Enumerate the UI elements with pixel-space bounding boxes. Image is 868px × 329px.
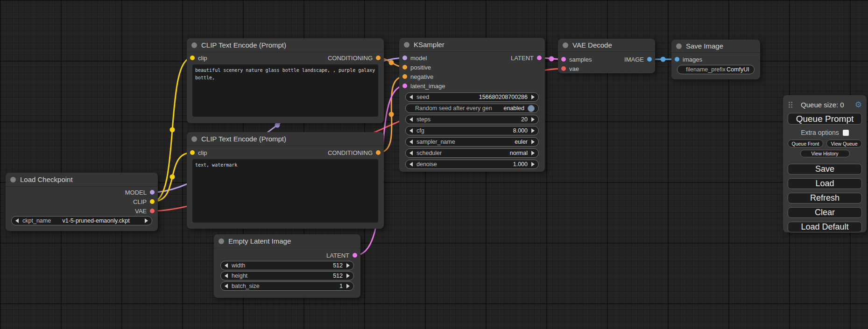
height-widget[interactable]: height 512 [220, 271, 354, 280]
output-slot-vae[interactable] [150, 209, 155, 213]
input-label-clip: clip [198, 55, 207, 62]
toggle-icon[interactable] [528, 105, 535, 112]
widget-value: enabled [504, 105, 525, 112]
node-vae-decode[interactable]: VAE Decode samples IMAGE vae [558, 39, 655, 73]
output-slot-latent[interactable] [537, 56, 542, 60]
widget-value: 1.000 [513, 161, 528, 168]
node-clip-text-encode-negative[interactable]: CLIP Text Encode (Prompt) clip CONDITION… [187, 132, 384, 229]
input-slot-clip[interactable] [190, 150, 195, 155]
ckpt-name-widget[interactable]: ckpt_name v1-5-pruned-emaonly.ckpt [11, 216, 152, 225]
decrement-arrow-icon[interactable] [225, 273, 228, 278]
widget-label: sampler_name [416, 139, 455, 145]
gear-icon[interactable]: ⚙ [855, 101, 862, 109]
input-slot-clip[interactable] [190, 56, 195, 60]
increment-arrow-icon[interactable] [145, 218, 148, 223]
denoise-widget[interactable]: denoise 1.000 [405, 160, 539, 169]
load-button[interactable]: Load [788, 178, 862, 189]
increment-arrow-icon[interactable] [346, 263, 350, 268]
node-title-bar[interactable]: Load Checkpoint [6, 173, 158, 187]
extra-options-checkbox[interactable] [843, 130, 849, 136]
node-title-bar[interactable]: CLIP Text Encode (Prompt) [187, 38, 384, 52]
increment-arrow-icon[interactable] [531, 151, 535, 155]
node-title-bar[interactable]: VAE Decode [558, 39, 655, 52]
input-label-positive: positive [410, 64, 431, 71]
increment-arrow-icon[interactable] [346, 273, 350, 278]
decrement-arrow-icon[interactable] [409, 95, 413, 99]
batch-size-widget[interactable]: batch_size 1 [220, 281, 354, 291]
node-status-dot-icon [191, 136, 197, 142]
decrement-arrow-icon[interactable] [409, 128, 413, 133]
output-label-image: IMAGE [624, 56, 644, 63]
output-slot-model[interactable] [150, 190, 155, 195]
extra-options-label: Extra options [801, 129, 839, 136]
input-label-samples: samples [569, 56, 592, 63]
node-title: CLIP Text Encode (Prompt) [201, 41, 286, 49]
view-queue-button[interactable]: View Queue [826, 140, 862, 147]
node-save-image[interactable]: Save Image images filename_prefix ComfyU… [671, 40, 760, 79]
increment-arrow-icon[interactable] [531, 140, 535, 144]
input-slot-negative[interactable] [402, 74, 407, 79]
node-title-bar[interactable]: CLIP Text Encode (Prompt) [187, 132, 384, 146]
node-title-bar[interactable]: Save Image [671, 40, 760, 53]
input-slot-model[interactable] [402, 56, 407, 60]
node-title-bar[interactable]: KSampler [399, 38, 545, 52]
output-slot-image[interactable] [647, 57, 652, 62]
widget-label: width [232, 262, 245, 269]
decrement-arrow-icon[interactable] [225, 284, 228, 288]
input-slot-vae[interactable] [561, 66, 566, 71]
widget-value: 1 [339, 283, 343, 289]
output-label-latent: LATENT [511, 55, 534, 62]
increment-arrow-icon[interactable] [531, 162, 535, 167]
output-label-conditioning: CONDITIONING [328, 149, 373, 156]
input-slot-samples[interactable] [561, 57, 566, 62]
increment-arrow-icon[interactable] [531, 128, 535, 133]
node-title-bar[interactable]: Empty Latent Image [214, 234, 360, 248]
node-empty-latent-image[interactable]: Empty Latent Image LATENT width 512 heig… [214, 234, 360, 298]
cfg-widget[interactable]: cfg 8.000 [405, 126, 539, 135]
output-slot-conditioning[interactable] [376, 150, 381, 155]
output-slot-conditioning[interactable] [376, 56, 381, 60]
decrement-arrow-icon[interactable] [409, 117, 413, 122]
clear-button[interactable]: Clear [788, 207, 862, 218]
decrement-arrow-icon[interactable] [15, 218, 19, 223]
decrement-arrow-icon[interactable] [409, 140, 413, 144]
decrement-arrow-icon[interactable] [225, 263, 228, 268]
decrement-arrow-icon[interactable] [409, 151, 413, 155]
queue-size-label: Queue size: 0 [790, 101, 855, 109]
filename-prefix-widget[interactable]: filename_prefix ComfyUI [677, 65, 755, 74]
steps-widget[interactable]: steps 20 [405, 115, 539, 124]
queue-prompt-button[interactable]: Queue Prompt [788, 113, 862, 125]
seed-widget[interactable]: seed 156680208700286 [405, 92, 539, 102]
comfyui-canvas[interactable]: { "colors": { "model": "#b8a1e3", "clip"… [0, 0, 868, 329]
width-widget[interactable]: width 512 [220, 261, 354, 270]
output-slot-clip[interactable] [150, 199, 155, 204]
node-title: VAE Decode [572, 41, 612, 49]
scheduler-widget[interactable]: scheduler normal [405, 148, 539, 158]
increment-arrow-icon[interactable] [346, 284, 350, 288]
increment-arrow-icon[interactable] [531, 117, 535, 122]
refresh-button[interactable]: Refresh [788, 193, 862, 203]
random-seed-widget[interactable]: Random seed after every gen enabled [405, 104, 539, 113]
prompt-textarea[interactable]: text, watermark [192, 159, 378, 223]
sampler-name-widget[interactable]: sampler_name euler [405, 137, 539, 147]
load-default-button[interactable]: Load Default [788, 222, 862, 232]
node-ksampler[interactable]: KSampler model LATENT positive negative … [399, 38, 545, 172]
save-button[interactable]: Save [788, 164, 862, 175]
input-label-clip: clip [198, 149, 207, 156]
input-slot-positive[interactable] [402, 65, 407, 70]
output-slot-latent[interactable] [353, 253, 357, 258]
queue-front-button[interactable]: Queue Front [788, 140, 823, 147]
input-slot-images[interactable] [675, 57, 679, 62]
widget-label: ckpt_name [22, 217, 51, 224]
input-label-latent-image: latent_image [410, 83, 445, 90]
view-history-button[interactable]: View History [800, 150, 850, 157]
widget-label: height [232, 273, 247, 279]
node-title: CLIP Text Encode (Prompt) [201, 135, 286, 143]
increment-arrow-icon[interactable] [531, 95, 535, 99]
node-load-checkpoint[interactable]: Load Checkpoint MODEL CLIP VAE ckpt_name… [6, 173, 158, 231]
widget-label: batch_size [232, 283, 260, 289]
decrement-arrow-icon[interactable] [409, 162, 413, 167]
input-slot-latent-image[interactable] [402, 84, 407, 88]
node-clip-text-encode-positive[interactable]: CLIP Text Encode (Prompt) clip CONDITION… [187, 38, 384, 123]
prompt-textarea[interactable]: beautiful scenery nature glass bottle la… [192, 64, 378, 117]
